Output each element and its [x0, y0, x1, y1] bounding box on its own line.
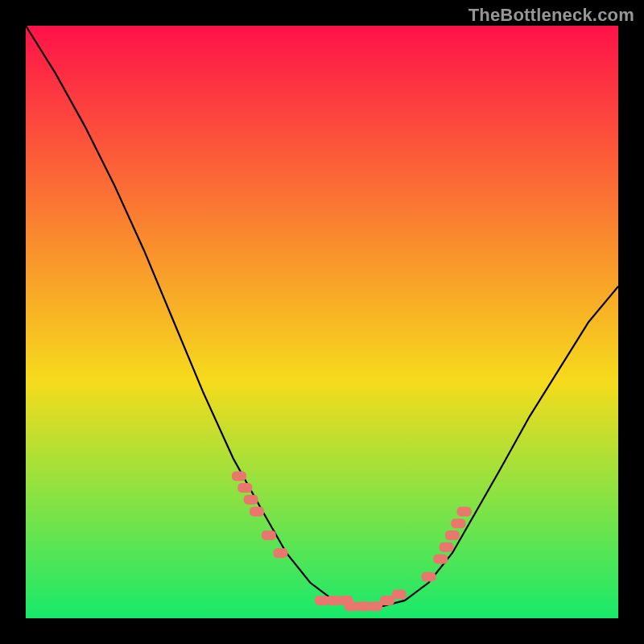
- data-point: [274, 548, 288, 558]
- data-point: [392, 590, 407, 600]
- chart-svg: [26, 26, 618, 618]
- data-point: [451, 518, 465, 528]
- data-point: [422, 572, 436, 582]
- data-point: [244, 495, 258, 505]
- data-point: [232, 471, 246, 481]
- chart-container: { "watermark": "TheBottleneck.com", "cha…: [0, 0, 644, 644]
- plot-area: [26, 26, 618, 618]
- data-point: [250, 507, 264, 517]
- data-point: [445, 530, 460, 540]
- data-point: [262, 530, 276, 540]
- data-point: [433, 554, 448, 564]
- data-point: [457, 507, 472, 517]
- gradient-bg: [26, 26, 618, 618]
- data-point: [440, 543, 454, 552]
- watermark-text: TheBottleneck.com: [469, 5, 634, 26]
- data-point: [237, 483, 252, 493]
- data-point: [368, 601, 382, 611]
